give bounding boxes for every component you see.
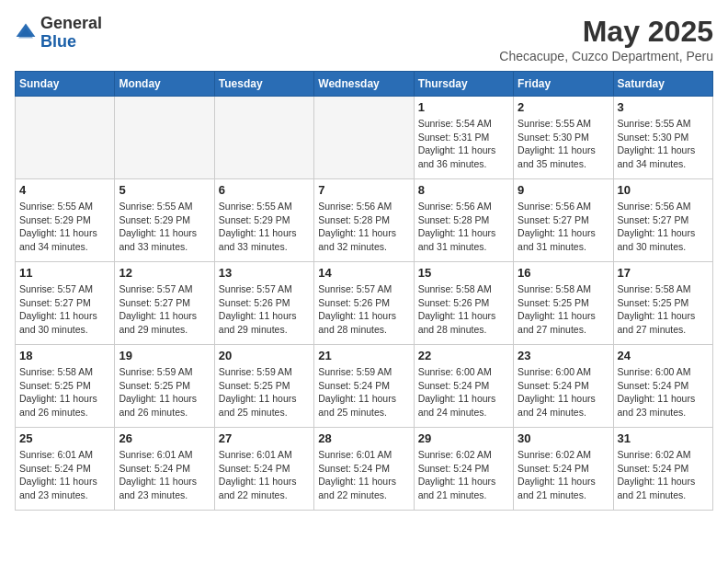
day-info: Sunrise: 6:02 AMSunset: 5:24 PMDaylight:… [618,448,709,502]
day-info: Sunrise: 5:59 AMSunset: 5:25 PMDaylight:… [219,365,310,419]
calendar-cell: 7Sunrise: 5:56 AMSunset: 5:28 PMDaylight… [314,179,414,262]
calendar-cell: 20Sunrise: 5:59 AMSunset: 5:25 PMDayligh… [214,345,313,428]
day-number: 10 [618,183,709,197]
calendar-cell: 25Sunrise: 6:01 AMSunset: 5:24 PMDayligh… [16,428,115,511]
week-row-3: 11Sunrise: 5:57 AMSunset: 5:27 PMDayligh… [16,262,713,345]
calendar-cell: 22Sunrise: 6:00 AMSunset: 5:24 PMDayligh… [414,345,513,428]
day-number: 25 [19,431,110,445]
day-info: Sunrise: 5:58 AMSunset: 5:25 PMDaylight:… [19,365,110,419]
week-row-5: 25Sunrise: 6:01 AMSunset: 5:24 PMDayligh… [16,428,713,511]
day-number: 28 [318,431,409,445]
calendar-cell: 12Sunrise: 5:57 AMSunset: 5:27 PMDayligh… [115,262,214,345]
day-number: 22 [418,349,509,362]
title-section: May 2025 Checacupe, Cuzco Department, Pe… [499,15,713,63]
day-info: Sunrise: 6:01 AMSunset: 5:24 PMDaylight:… [19,448,110,502]
calendar-cell: 23Sunrise: 6:00 AMSunset: 5:24 PMDayligh… [514,345,613,428]
day-number: 7 [318,183,409,197]
day-info: Sunrise: 5:59 AMSunset: 5:25 PMDaylight:… [119,365,210,419]
calendar-table: SundayMondayTuesdayWednesdayThursdayFrid… [15,71,713,511]
logo-general-text: General [40,14,102,32]
day-info: Sunrise: 6:01 AMSunset: 5:24 PMDaylight:… [219,448,310,502]
calendar-cell [214,97,313,179]
day-info: Sunrise: 5:55 AMSunset: 5:30 PMDaylight:… [618,117,709,171]
calendar-cell: 11Sunrise: 5:57 AMSunset: 5:27 PMDayligh… [16,262,115,345]
day-number: 5 [119,183,210,197]
calendar-cell: 27Sunrise: 6:01 AMSunset: 5:24 PMDayligh… [214,428,313,511]
day-info: Sunrise: 5:58 AMSunset: 5:25 PMDaylight:… [518,282,609,337]
logo-icon [15,22,37,44]
day-number: 26 [119,431,210,445]
calendar-cell: 29Sunrise: 6:02 AMSunset: 5:24 PMDayligh… [414,428,513,511]
day-number: 8 [418,183,509,197]
day-of-week-tuesday: Tuesday [214,72,313,97]
day-info: Sunrise: 5:56 AMSunset: 5:27 PMDaylight:… [518,200,609,254]
calendar-cell: 16Sunrise: 5:58 AMSunset: 5:25 PMDayligh… [514,262,613,345]
calendar-cell: 1Sunrise: 5:54 AMSunset: 5:31 PMDaylight… [414,97,513,179]
week-row-1: 1Sunrise: 5:54 AMSunset: 5:31 PMDaylight… [16,97,713,179]
day-number: 23 [518,349,609,362]
day-info: Sunrise: 5:56 AMSunset: 5:28 PMDaylight:… [418,200,509,254]
week-row-4: 18Sunrise: 5:58 AMSunset: 5:25 PMDayligh… [16,345,713,428]
calendar-cell [115,97,214,179]
location: Checacupe, Cuzco Department, Peru [499,49,713,63]
day-info: Sunrise: 5:58 AMSunset: 5:25 PMDaylight:… [618,282,709,337]
day-number: 27 [219,431,310,445]
calendar-cell [16,97,115,179]
day-info: Sunrise: 5:55 AMSunset: 5:29 PMDaylight:… [19,200,110,254]
logo-blue-text: Blue [40,32,76,51]
day-number: 20 [219,349,310,362]
day-number: 14 [318,266,409,280]
day-number: 21 [318,349,409,362]
day-number: 31 [618,431,709,445]
calendar-cell [314,97,414,179]
calendar-cell: 3Sunrise: 5:55 AMSunset: 5:30 PMDaylight… [613,97,712,179]
day-info: Sunrise: 5:55 AMSunset: 5:29 PMDaylight:… [119,200,210,254]
logo: General Blue [15,15,102,52]
day-info: Sunrise: 5:57 AMSunset: 5:26 PMDaylight:… [318,282,409,337]
day-info: Sunrise: 5:58 AMSunset: 5:26 PMDaylight:… [418,282,509,337]
day-info: Sunrise: 6:02 AMSunset: 5:24 PMDaylight:… [418,448,509,502]
day-info: Sunrise: 5:55 AMSunset: 5:30 PMDaylight:… [518,117,609,171]
day-number: 9 [518,183,609,197]
calendar-cell: 2Sunrise: 5:55 AMSunset: 5:30 PMDaylight… [514,97,613,179]
calendar-cell: 10Sunrise: 5:56 AMSunset: 5:27 PMDayligh… [613,179,712,262]
day-info: Sunrise: 5:59 AMSunset: 5:24 PMDaylight:… [318,365,409,419]
calendar-cell: 21Sunrise: 5:59 AMSunset: 5:24 PMDayligh… [314,345,414,428]
calendar-cell: 6Sunrise: 5:55 AMSunset: 5:29 PMDaylight… [214,179,313,262]
day-number: 3 [618,100,709,114]
calendar-cell: 15Sunrise: 5:58 AMSunset: 5:26 PMDayligh… [414,262,513,345]
day-of-week-wednesday: Wednesday [314,72,414,97]
day-number: 15 [418,266,509,280]
day-number: 18 [19,349,110,362]
day-of-week-monday: Monday [115,72,214,97]
day-of-week-sunday: Sunday [16,72,115,97]
day-info: Sunrise: 6:01 AMSunset: 5:24 PMDaylight:… [318,448,409,502]
calendar-cell: 31Sunrise: 6:02 AMSunset: 5:24 PMDayligh… [613,428,712,511]
month-year: May 2025 [499,15,713,49]
day-info: Sunrise: 5:54 AMSunset: 5:31 PMDaylight:… [418,117,509,171]
calendar-cell: 8Sunrise: 5:56 AMSunset: 5:28 PMDaylight… [414,179,513,262]
calendar-cell: 26Sunrise: 6:01 AMSunset: 5:24 PMDayligh… [115,428,214,511]
page-header: General Blue May 2025 Checacupe, Cuzco D… [15,15,713,63]
day-info: Sunrise: 6:00 AMSunset: 5:24 PMDaylight:… [618,365,709,419]
day-info: Sunrise: 6:00 AMSunset: 5:24 PMDaylight:… [418,365,509,419]
calendar-cell: 28Sunrise: 6:01 AMSunset: 5:24 PMDayligh… [314,428,414,511]
calendar-header: SundayMondayTuesdayWednesdayThursdayFrid… [16,72,713,97]
calendar-cell: 9Sunrise: 5:56 AMSunset: 5:27 PMDaylight… [514,179,613,262]
calendar-cell: 19Sunrise: 5:59 AMSunset: 5:25 PMDayligh… [115,345,214,428]
calendar-cell: 18Sunrise: 5:58 AMSunset: 5:25 PMDayligh… [16,345,115,428]
calendar-cell: 17Sunrise: 5:58 AMSunset: 5:25 PMDayligh… [613,262,712,345]
day-info: Sunrise: 5:55 AMSunset: 5:29 PMDaylight:… [219,200,310,254]
calendar-cell: 5Sunrise: 5:55 AMSunset: 5:29 PMDaylight… [115,179,214,262]
day-info: Sunrise: 6:01 AMSunset: 5:24 PMDaylight:… [119,448,210,502]
day-number: 1 [418,100,509,114]
calendar-cell: 4Sunrise: 5:55 AMSunset: 5:29 PMDaylight… [16,179,115,262]
day-number: 30 [518,431,609,445]
day-number: 19 [119,349,210,362]
day-info: Sunrise: 5:57 AMSunset: 5:27 PMDaylight:… [119,282,210,337]
day-info: Sunrise: 5:57 AMSunset: 5:27 PMDaylight:… [19,282,110,337]
day-number: 12 [119,266,210,280]
day-number: 17 [618,266,709,280]
day-number: 13 [219,266,310,280]
calendar-cell: 14Sunrise: 5:57 AMSunset: 5:26 PMDayligh… [314,262,414,345]
